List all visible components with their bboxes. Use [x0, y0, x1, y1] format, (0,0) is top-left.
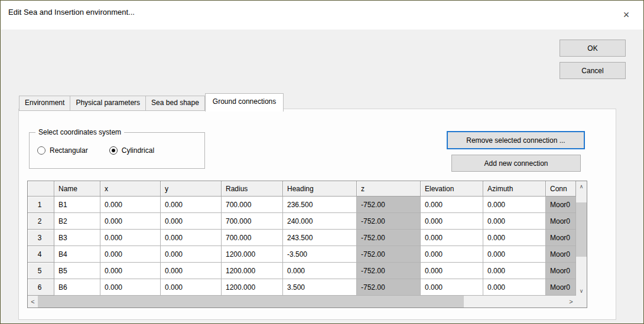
- vertical-scrollbar[interactable]: ∧ ∨: [576, 181, 587, 296]
- cancel-button[interactable]: Cancel: [560, 62, 626, 79]
- vertical-scrollbar-thumb[interactable]: [576, 202, 587, 257]
- tab-physical-parameters[interactable]: Physical parameters: [70, 96, 146, 111]
- grid-cell-name[interactable]: B6: [54, 279, 100, 296]
- table-row: 1B10.0000.000700.000236.500-752.000.0000…: [28, 197, 587, 213]
- grid-cell-y[interactable]: 0.000: [161, 197, 222, 213]
- grid-cell-x[interactable]: 0.000: [100, 213, 161, 230]
- col-header-elevation: Elevation: [421, 181, 483, 197]
- grid-cell-elevation[interactable]: 0.000: [421, 197, 483, 213]
- col-header-radius: Radius: [222, 181, 283, 197]
- col-header-conn: Conn: [546, 181, 576, 197]
- grid-cell-heading[interactable]: -3.500: [283, 246, 357, 263]
- close-button[interactable]: ×: [617, 6, 635, 23]
- grid-cell-num[interactable]: 1: [28, 197, 54, 213]
- grid-cell-num[interactable]: 5: [28, 263, 54, 279]
- grid-cell-name[interactable]: B2: [54, 213, 100, 230]
- grid-cell-radius[interactable]: 700.000: [222, 230, 283, 246]
- grid-cell-heading[interactable]: 240.000: [283, 213, 357, 230]
- grid-cell-elevation[interactable]: 0.000: [421, 279, 483, 296]
- grid-cell-y[interactable]: 0.000: [161, 263, 222, 279]
- table-row: 6B60.0000.0001200.0003.500-752.000.0000.…: [28, 279, 587, 296]
- grid-cell-z: -752.00: [357, 279, 421, 296]
- grid-cell-x[interactable]: 0.000: [100, 230, 161, 246]
- grid-cell-heading[interactable]: 236.500: [283, 197, 357, 213]
- scrollbar-corner: [576, 296, 587, 307]
- grid-cell-z: -752.00: [357, 263, 421, 279]
- col-header-name: Name: [54, 181, 100, 197]
- scroll-right-icon[interactable]: >: [566, 296, 576, 307]
- grid-cell-azimuth[interactable]: 0.000: [483, 279, 546, 296]
- grid-cell-azimuth[interactable]: 0.000: [483, 230, 546, 246]
- grid-cell-radius[interactable]: 1200.000: [222, 279, 283, 296]
- grid-cell-x[interactable]: 0.000: [100, 197, 161, 213]
- grid-cell-name[interactable]: B3: [54, 230, 100, 246]
- table-header-row: NamexyRadiusHeadingzElevationAzimuthConn: [28, 181, 587, 197]
- grid-cell-conn: Moor0: [546, 213, 576, 230]
- grid-cell-heading[interactable]: 243.500: [283, 230, 357, 246]
- scroll-down-icon[interactable]: ∨: [576, 286, 587, 296]
- tab-strip: EnvironmentPhysical parametersSea bed sh…: [19, 93, 284, 111]
- tab-environment[interactable]: Environment: [19, 96, 70, 111]
- grid-cell-num[interactable]: 3: [28, 230, 54, 246]
- table-row: 3B30.0000.000700.000243.500-752.000.0000…: [28, 230, 587, 246]
- col-header-x: x: [100, 181, 161, 197]
- grid-cell-name[interactable]: B1: [54, 197, 100, 213]
- grid-cell-elevation[interactable]: 0.000: [421, 213, 483, 230]
- grid-cell-z: -752.00: [357, 246, 421, 263]
- grid-cell-x[interactable]: 0.000: [100, 246, 161, 263]
- col-header-azimuth: Azimuth: [483, 181, 546, 197]
- grid-cell-azimuth[interactable]: 0.000: [483, 263, 546, 279]
- groupbox-title: Select coordinates system: [35, 128, 124, 136]
- grid-cell-y[interactable]: 0.000: [161, 279, 222, 296]
- grid-cell-num[interactable]: 4: [28, 246, 54, 263]
- grid-cell-name[interactable]: B4: [54, 246, 100, 263]
- remove-connection-button[interactable]: Remove selected connection ...: [447, 131, 585, 149]
- grid-cell-z: -752.00: [357, 213, 421, 230]
- grid-cell-radius[interactable]: 1200.000: [222, 263, 283, 279]
- grid-cell-conn: Moor0: [546, 263, 576, 279]
- grid-cell-name[interactable]: B5: [54, 263, 100, 279]
- horizontal-scrollbar-thumb[interactable]: [38, 296, 464, 307]
- dialog-window: Edit Sea and Insertion environment... × …: [0, 0, 644, 324]
- window-title: Edit Sea and Insertion environment...: [8, 8, 135, 17]
- grid-cell-conn: Moor0: [546, 230, 576, 246]
- grid-cell-heading[interactable]: 3.500: [283, 279, 357, 296]
- ok-button[interactable]: OK: [560, 40, 626, 57]
- grid-cell-z: -752.00: [357, 230, 421, 246]
- grid-cell-azimuth[interactable]: 0.000: [483, 197, 546, 213]
- grid-cell-heading[interactable]: 0.000: [283, 263, 357, 279]
- grid-cell-y[interactable]: 0.000: [161, 230, 222, 246]
- col-header-y: y: [161, 181, 222, 197]
- radio-rectangular[interactable]: Rectangular: [37, 146, 88, 155]
- title-bar: Edit Sea and Insertion environment... ×: [1, 1, 643, 30]
- grid-cell-x[interactable]: 0.000: [100, 263, 161, 279]
- grid-cell-azimuth[interactable]: 0.000: [483, 213, 546, 230]
- grid-cell-num[interactable]: 6: [28, 279, 54, 296]
- grid-cell-radius[interactable]: 700.000: [222, 213, 283, 230]
- grid-cell-num[interactable]: 2: [28, 213, 54, 230]
- tab-sea-bed-shape[interactable]: Sea bed shape: [146, 96, 205, 111]
- scroll-left-icon[interactable]: <: [28, 296, 38, 307]
- grid-cell-y[interactable]: 0.000: [161, 246, 222, 263]
- grid-cell-z: -752.00: [357, 197, 421, 213]
- radio-circle-icon: [109, 146, 118, 155]
- scroll-up-icon[interactable]: ∧: [576, 181, 587, 191]
- horizontal-scrollbar[interactable]: < >: [28, 296, 576, 307]
- tab-ground-connections[interactable]: Ground connections: [205, 93, 284, 112]
- grid-cell-x[interactable]: 0.000: [100, 279, 161, 296]
- grid-cell-azimuth[interactable]: 0.000: [483, 246, 546, 263]
- radio-label: Cylindrical: [122, 146, 154, 155]
- connections-table: NamexyRadiusHeadingzElevationAzimuthConn…: [27, 181, 587, 308]
- radio-cylindrical[interactable]: Cylindrical: [109, 146, 154, 155]
- coordinates-system-groupbox: Select coordinates system RectangularCyl…: [29, 132, 205, 169]
- table-row: 2B20.0000.000700.000240.000-752.000.0000…: [28, 213, 587, 230]
- grid-cell-radius[interactable]: 700.000: [222, 197, 283, 213]
- add-connection-button[interactable]: Add new connection: [451, 155, 581, 172]
- grid-cell-elevation[interactable]: 0.000: [421, 246, 483, 263]
- grid-cell-radius[interactable]: 1200.000: [222, 246, 283, 263]
- grid-cell-conn: Moor0: [546, 197, 576, 213]
- table-body: 1B10.0000.000700.000236.500-752.000.0000…: [28, 197, 587, 296]
- grid-cell-elevation[interactable]: 0.000: [421, 263, 483, 279]
- grid-cell-elevation[interactable]: 0.000: [421, 230, 483, 246]
- grid-cell-y[interactable]: 0.000: [161, 213, 222, 230]
